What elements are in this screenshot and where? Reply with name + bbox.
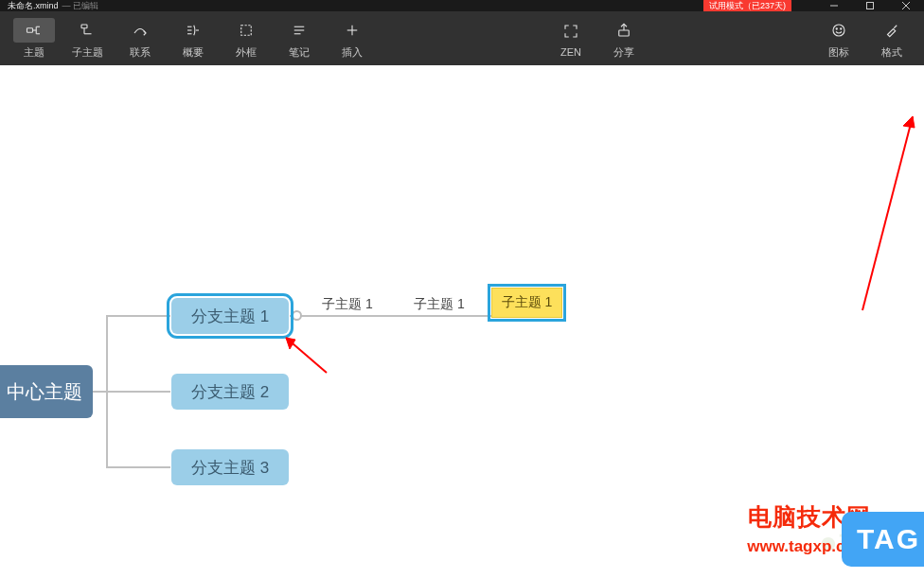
summary-button[interactable]: 概要 (167, 14, 220, 63)
sub-topic-2[interactable]: 子主题 1 (414, 296, 465, 313)
connector-line (106, 391, 170, 393)
subtopic-button[interactable]: 子主题 (61, 14, 114, 63)
relationship-icon (119, 18, 161, 43)
summary-label: 概要 (183, 45, 204, 60)
sub-topic-1[interactable]: 子主题 1 (322, 296, 373, 313)
icons-label: 图标 (828, 45, 849, 60)
share-icon (603, 18, 645, 43)
svg-marker-31 (903, 116, 915, 128)
watermark-tag: TAG (842, 512, 924, 567)
share-label: 分享 (613, 45, 634, 60)
svg-rect-16 (241, 25, 252, 35)
svg-point-24 (833, 25, 844, 36)
topic-icon (13, 18, 55, 43)
format-label: 格式 (881, 45, 902, 60)
branch-topic-2[interactable]: 分支主题 2 (171, 374, 289, 410)
zen-icon (550, 19, 592, 44)
boundary-icon (225, 18, 267, 43)
main-toolbar: 主题 子主题 联系 概要 外框 笔记 插入 ZEN (0, 11, 924, 65)
sub-topic-selected[interactable]: 子主题 1 (491, 288, 562, 318)
connector-line (106, 315, 170, 317)
note-icon (278, 18, 320, 43)
topic-button[interactable]: 主题 (8, 14, 61, 63)
insert-icon (331, 18, 373, 43)
file-name: 未命名.xmind (8, 0, 59, 12)
subtopic-label: 子主题 (72, 45, 103, 60)
brush-icon (871, 18, 913, 43)
topic-label: 主题 (24, 45, 44, 60)
svg-point-26 (841, 27, 842, 28)
zen-button[interactable]: ZEN (544, 14, 597, 63)
window-controls (816, 0, 924, 11)
svg-rect-22 (619, 30, 630, 36)
svg-point-25 (836, 27, 837, 28)
toolbar-left-group: 主题 子主题 联系 概要 外框 笔记 插入 (8, 14, 379, 63)
relationship-button[interactable]: 联系 (114, 14, 167, 63)
maximize-button[interactable] (852, 0, 888, 11)
branch-topic-1[interactable]: 分支主题 1 (171, 298, 289, 334)
connector-line (290, 315, 491, 317)
insert-button[interactable]: 插入 (326, 14, 379, 63)
file-status: — 已编辑 (62, 0, 99, 12)
close-button[interactable] (888, 0, 924, 11)
subtopic-icon (66, 18, 108, 43)
mindmap-canvas[interactable]: 中心主题 分支主题 1 分支主题 2 分支主题 3 子主题 1 子主题 1 子主… (0, 65, 924, 578)
toolbar-right-group: 图标 格式 (812, 14, 918, 63)
note-button[interactable]: 笔记 (273, 14, 326, 63)
branch-topic-3[interactable]: 分支主题 3 (171, 449, 289, 485)
smiley-icon (818, 18, 860, 43)
toolbar-center-group: ZEN 分享 (544, 14, 650, 63)
boundary-label: 外框 (236, 45, 257, 60)
relationship-label: 联系 (130, 45, 151, 60)
svg-rect-4 (27, 27, 33, 32)
annotation-arrow-2 (848, 107, 924, 319)
minimize-button[interactable] (816, 0, 852, 11)
zen-label: ZEN (560, 46, 581, 58)
connector-line (106, 466, 170, 468)
titlebar: 未命名.xmind — 已编辑 试用模式（已237天) (0, 0, 924, 11)
expand-node[interactable] (292, 310, 302, 321)
summary-icon (172, 18, 214, 43)
format-button[interactable]: 格式 (865, 14, 918, 63)
note-label: 笔记 (289, 45, 310, 60)
svg-rect-9 (81, 25, 87, 28)
icons-button[interactable]: 图标 (812, 14, 865, 63)
share-button[interactable]: 分享 (597, 14, 650, 63)
svg-line-27 (894, 25, 897, 27)
boundary-button[interactable]: 外框 (220, 14, 273, 63)
insert-label: 插入 (342, 45, 363, 60)
svg-rect-1 (867, 3, 874, 9)
svg-line-30 (862, 116, 913, 310)
annotation-arrow-1 (275, 330, 331, 381)
central-topic[interactable]: 中心主题 (0, 365, 93, 418)
